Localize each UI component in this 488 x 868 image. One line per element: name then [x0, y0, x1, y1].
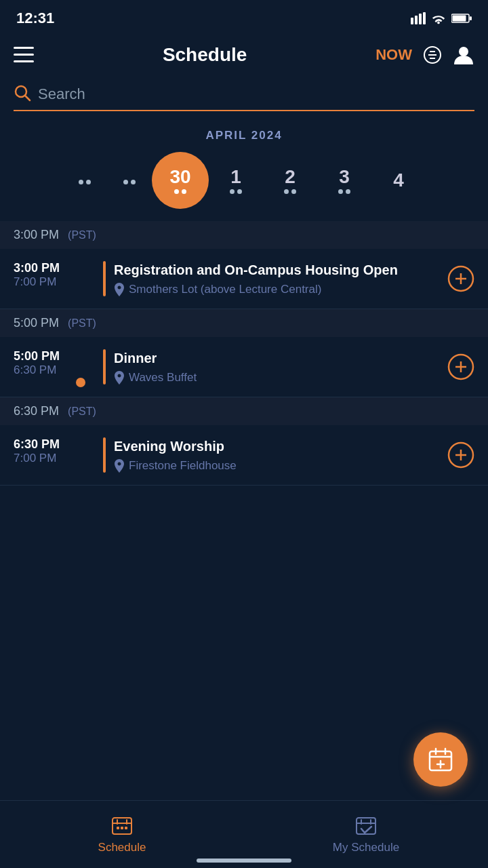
cal-day-4-number: 4	[393, 171, 404, 190]
time-section-3: 6:30 PM (PST)	[0, 397, 488, 425]
nav-right: NOW	[375, 44, 474, 66]
svg-rect-32	[113, 818, 131, 834]
event-registration-time: 3:00 PM 7:00 PM	[14, 261, 95, 296]
event-registration-start: 3:00 PM	[14, 261, 95, 275]
add-circle-icon-dinner	[447, 353, 474, 380]
time-section-1-label: 3:00 PM	[14, 228, 59, 241]
cal-day-3-number: 3	[339, 167, 350, 186]
profile-button[interactable]	[453, 44, 474, 66]
schedule-icon	[111, 815, 133, 837]
event-worship-start: 6:30 PM	[14, 437, 95, 452]
event-registration-add-btn[interactable]	[441, 261, 474, 296]
event-dinner: 5:00 PM 6:30 PM Dinner Waves Buffet	[0, 337, 488, 397]
cal-day-prev2[interactable]	[107, 153, 152, 208]
svg-rect-7	[14, 47, 34, 49]
svg-rect-3	[423, 12, 426, 24]
time-section-3-tz: (PST)	[68, 406, 96, 417]
event-dinner-details: Dinner Waves Buffet	[114, 349, 441, 384]
bottom-nav: Schedule My Schedule	[0, 800, 488, 868]
svg-rect-37	[121, 827, 123, 829]
event-dinner-add-btn[interactable]	[441, 349, 474, 384]
menu-icon	[14, 47, 34, 63]
event-registration-details: Registration and On-Campus Housing Open …	[114, 261, 441, 296]
svg-rect-8	[14, 54, 34, 56]
svg-rect-1	[415, 16, 418, 24]
time-section-1-tz: (PST)	[68, 229, 96, 241]
top-nav: Schedule NOW	[0, 34, 488, 79]
event-worship-time: 6:30 PM 7:00 PM	[14, 437, 95, 473]
cal-day-3[interactable]: 3	[317, 153, 371, 208]
event-registration-location: Smothers Lot (above Lecture Central)	[114, 283, 441, 296]
svg-rect-6	[470, 16, 472, 20]
status-bar: 12:31	[0, 0, 488, 34]
nav-schedule-label: Schedule	[98, 841, 146, 854]
menu-button[interactable]	[14, 47, 34, 63]
filter-button[interactable]	[423, 45, 442, 64]
svg-rect-2	[419, 14, 422, 24]
event-registration-end: 7:00 PM	[14, 275, 95, 289]
status-icons	[411, 12, 472, 24]
time-section-3-label: 6:30 PM	[14, 404, 59, 418]
cal-day-1-number: 1	[230, 167, 241, 186]
cal-day-30-number: 30	[169, 167, 190, 186]
location-icon-worship	[114, 459, 125, 473]
event-evening-worship: 6:30 PM 7:00 PM Evening Worship Fireston…	[0, 425, 488, 486]
svg-rect-38	[125, 827, 127, 829]
svg-point-14	[459, 47, 468, 56]
cal-day-2-number: 2	[285, 167, 296, 186]
calendar-strip: 30 1 2 3 4	[0, 152, 488, 221]
search-icon	[14, 84, 31, 104]
page-title: Schedule	[163, 44, 247, 66]
svg-line-16	[25, 96, 30, 100]
status-time: 12:31	[16, 9, 54, 27]
event-registration-title: Registration and On-Campus Housing Open	[114, 261, 441, 279]
location-icon	[114, 283, 125, 296]
signal-icon	[411, 12, 426, 24]
home-indicator	[197, 859, 291, 863]
location-icon-dinner	[114, 371, 125, 384]
profile-icon	[453, 44, 474, 66]
add-schedule-fab[interactable]	[413, 732, 468, 787]
search-container	[14, 84, 474, 111]
svg-rect-9	[14, 60, 34, 62]
svg-rect-34	[117, 819, 118, 825]
add-circle-icon-worship	[447, 441, 474, 469]
svg-rect-35	[126, 819, 127, 825]
wifi-icon	[431, 12, 446, 24]
event-worship-location: Firestone Fieldhouse	[114, 459, 441, 473]
now-button[interactable]: NOW	[375, 46, 412, 64]
event-dinner-end: 6:30 PM	[14, 363, 95, 377]
my-schedule-icon	[355, 815, 377, 837]
cal-day-1[interactable]: 1	[209, 153, 263, 208]
cal-day-4[interactable]: 4	[371, 153, 426, 208]
cal-day-30[interactable]: 30	[152, 152, 209, 209]
month-label: APRIL 2024	[0, 122, 488, 152]
add-circle-icon	[447, 265, 474, 292]
event-registration-bar	[103, 261, 106, 296]
svg-rect-0	[411, 18, 413, 24]
time-section-2: 5:00 PM (PST)	[0, 309, 488, 337]
svg-rect-42	[370, 819, 371, 825]
search-input[interactable]	[38, 85, 474, 103]
nav-my-schedule-label: My Schedule	[333, 841, 399, 854]
svg-rect-36	[117, 827, 119, 829]
cal-day-2[interactable]: 2	[263, 153, 317, 208]
event-dinner-bar	[103, 349, 106, 384]
event-dinner-indicator	[76, 378, 85, 387]
time-section-2-tz: (PST)	[68, 317, 96, 329]
event-worship-title: Evening Worship	[114, 437, 441, 455]
event-worship-end: 7:00 PM	[14, 452, 95, 465]
svg-rect-41	[361, 819, 362, 825]
time-section-2-label: 5:00 PM	[14, 316, 59, 330]
battery-icon	[451, 13, 472, 24]
event-worship-details: Evening Worship Firestone Fieldhouse	[114, 437, 441, 473]
event-worship-add-btn[interactable]	[441, 437, 474, 473]
cal-day-prev1[interactable]	[62, 153, 107, 208]
event-dinner-start: 5:00 PM	[14, 349, 95, 363]
fab-calendar-icon	[427, 746, 454, 773]
filter-icon	[423, 45, 442, 64]
time-section-1: 3:00 PM (PST)	[0, 221, 488, 249]
event-dinner-location: Waves Buffet	[114, 371, 441, 384]
event-worship-bar	[103, 437, 106, 473]
event-dinner-title: Dinner	[114, 349, 441, 367]
